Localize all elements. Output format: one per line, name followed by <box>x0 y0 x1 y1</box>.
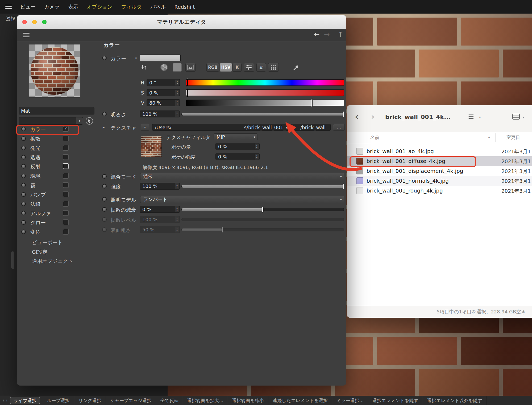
tool-live-selection[interactable]: ライブ選択 <box>10 397 40 404</box>
material-type-dropdown[interactable]: ▾ <box>19 117 83 125</box>
finder-forward-button[interactable]: › <box>371 111 375 122</box>
back-arrow-icon[interactable]: ← <box>314 30 320 38</box>
sliders-icon[interactable] <box>244 63 254 72</box>
texture-dropdown-button[interactable]: ▾ <box>141 124 149 131</box>
hue-input[interactable]: 0 °▴▾ <box>147 79 180 86</box>
menu-panel[interactable]: パネル <box>150 3 166 10</box>
tool-ring-selection[interactable]: リング選択 <box>74 396 106 405</box>
blur-amount-input[interactable]: 0 %▴▾ <box>215 143 260 150</box>
menu-filter[interactable]: フィルタ <box>121 3 142 10</box>
material-editor-titlebar[interactable]: マテリアルエディタ <box>17 15 346 29</box>
link-gi-settings[interactable]: GI設定 <box>19 247 96 256</box>
drag-handle-icon[interactable]: ⋮⋮ <box>2 398 8 403</box>
diffuse-falloff-slider[interactable] <box>181 208 344 211</box>
hex-icon[interactable]: # <box>256 63 266 72</box>
link-assigned-objects[interactable]: 適用オブジェクト <box>19 256 96 265</box>
chevron-down-icon[interactable]: ▾ <box>522 115 524 119</box>
forward-arrow-icon[interactable]: → <box>324 30 330 38</box>
saturation-gradient-bar[interactable] <box>186 89 344 96</box>
value-gradient-bar[interactable] <box>186 100 344 106</box>
texture-thumbnail[interactable] <box>141 136 162 157</box>
file-row-displacement[interactable]: brick_wall_001_displacement_4k.jpg 2021年… <box>347 166 532 176</box>
menu-camera[interactable]: カメラ <box>44 3 60 10</box>
tool-grow-selection[interactable]: 選択範囲を拡大... <box>183 396 228 405</box>
gray-swatch-icon[interactable] <box>173 63 182 72</box>
finder-back-button[interactable]: ‹ <box>355 111 359 122</box>
stepper-icon[interactable]: ▴▾ <box>175 227 179 232</box>
illumination-radio[interactable] <box>102 197 107 202</box>
stepper-icon[interactable]: ▴▾ <box>175 100 179 106</box>
tool-shrink-selection[interactable]: 選択範囲を縮小 <box>228 396 268 405</box>
brightness-radio[interactable] <box>102 112 107 116</box>
color-wheel-icon[interactable] <box>160 63 168 72</box>
stepper-icon[interactable]: ▴▾ <box>175 183 179 189</box>
group-view-icon[interactable] <box>512 114 520 121</box>
color-swatch[interactable] <box>140 54 181 61</box>
mix-mode-dropdown[interactable]: 通常▾ <box>140 173 344 180</box>
color-channel-radio[interactable] <box>102 56 107 60</box>
file-row-normals[interactable]: brick_wall_001_normals_4k.jpg 2021年3月1 <box>347 176 532 186</box>
k-mode-button[interactable]: K <box>232 63 242 72</box>
chevron-down-icon[interactable]: ▾ <box>479 115 481 119</box>
menu-display[interactable]: 表示 <box>68 3 78 10</box>
hue-cursor[interactable] <box>187 79 188 87</box>
menu-options[interactable]: オプション <box>87 3 113 10</box>
eyedropper-icon[interactable] <box>291 63 302 72</box>
left-panel-scrollbar[interactable] <box>11 251 14 269</box>
stepper-icon[interactable]: ▴▾ <box>175 80 179 85</box>
column-header-name[interactable]: 名前 <box>370 134 379 141</box>
link-viewport[interactable]: ビューポート <box>19 238 96 247</box>
finder-toolbar[interactable]: ‹ › brick_wall_001_4k... ▾ ▾ <box>347 105 532 132</box>
up-arrow-icon[interactable]: ↑ <box>338 30 343 38</box>
value-cursor[interactable] <box>312 99 313 107</box>
channel-row-reflectance[interactable]: 反射 <box>19 162 96 171</box>
stepper-icon[interactable]: ▴▾ <box>255 144 259 149</box>
strength-input[interactable]: 100 %▴▾ <box>140 183 180 190</box>
channel-label[interactable]: 反射 <box>30 163 40 170</box>
saturation-input[interactable]: 0 %▴▾ <box>147 89 180 96</box>
material-picker-button[interactable] <box>86 117 93 125</box>
chevron-down-icon[interactable]: ▾ <box>135 56 137 60</box>
menu-redshift[interactable]: Redshift <box>174 4 195 10</box>
roughness-radio[interactable] <box>102 227 107 232</box>
diffuse-falloff-input[interactable]: 0 %▴▾ <box>140 206 180 213</box>
mix-mode-radio[interactable] <box>102 174 107 179</box>
value-input[interactable]: 80 %▴▾ <box>147 99 180 106</box>
diffuse-level-radio[interactable] <box>102 217 107 222</box>
stepper-icon[interactable]: ▴▾ <box>175 111 179 117</box>
stepper-icon[interactable]: ▴▾ <box>175 90 179 96</box>
chevron-right-icon[interactable]: ▸ <box>103 125 105 130</box>
list-view-icon[interactable] <box>467 114 474 121</box>
roughness-input[interactable]: 50 %▴▾ <box>140 226 180 233</box>
rgb-mode-button[interactable]: RGB <box>206 63 219 72</box>
column-header-date[interactable]: 変更日 <box>506 134 520 141</box>
diffuse-level-input[interactable]: 100 %▴▾ <box>140 216 180 223</box>
illumination-dropdown[interactable]: ランバート▾ <box>140 196 344 203</box>
tool-invert-all[interactable]: 全て反転 <box>156 396 183 405</box>
stepper-icon[interactable]: ▴▾ <box>175 216 179 222</box>
strength-slider[interactable] <box>181 185 344 188</box>
diffuse-level-slider[interactable] <box>181 218 344 221</box>
grid-swatches-icon[interactable] <box>268 63 279 72</box>
file-row-rough[interactable]: brick_wall_001_rough_4k.jpg 2021年3月1 <box>347 186 532 196</box>
tool-hide-unselected[interactable]: 選択エレメント以外を隠す <box>423 396 487 405</box>
channel-radio[interactable] <box>21 164 26 169</box>
channel-checkbox[interactable] <box>63 163 69 169</box>
image-icon[interactable] <box>185 63 196 72</box>
file-row-ao[interactable]: brick_wall_001_ao_4k.jpg 2021年3月1 <box>347 146 532 156</box>
texture-browse-button[interactable]: ... <box>333 124 345 131</box>
tool-sharp-edge-selection[interactable]: シャープエッジ選択 <box>106 396 156 405</box>
roughness-slider[interactable] <box>181 228 344 231</box>
hamburger-menu-icon[interactable] <box>23 33 30 37</box>
diffuse-falloff-radio[interactable] <box>102 207 107 212</box>
hue-gradient-bar[interactable] <box>186 79 344 86</box>
texture-path-field[interactable]: /Users/ s/brick_wall_001_4k_ /brick_wall <box>152 124 331 131</box>
stepper-icon[interactable]: ▴▾ <box>255 154 259 159</box>
strength-radio[interactable] <box>102 184 107 189</box>
tool-loop-selection[interactable]: ループ選択 <box>43 396 74 405</box>
brightness-input[interactable]: 100 %▴▾ <box>140 111 180 117</box>
tool-hide-selected[interactable]: 選択エレメントを隠す <box>368 396 423 405</box>
saturation-cursor[interactable] <box>187 89 188 97</box>
menu-icon[interactable] <box>5 5 12 9</box>
stepper-icon[interactable]: ▴▾ <box>175 206 179 212</box>
